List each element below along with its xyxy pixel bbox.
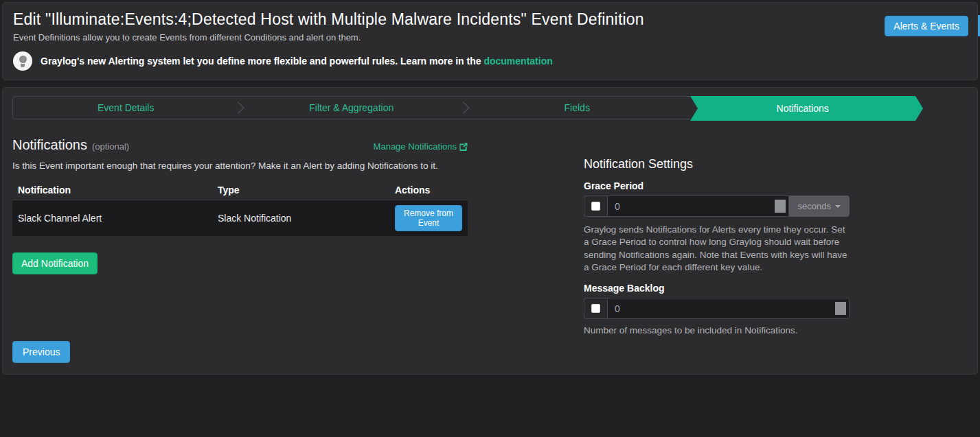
- grace-period-help-text: Graylog sends Notifications for Alerts e…: [584, 224, 850, 274]
- notifications-heading: Notifications: [12, 137, 87, 153]
- message-backlog-checkbox[interactable]: [591, 304, 600, 313]
- notification-settings-heading: Notification Settings: [584, 157, 850, 172]
- number-spinner-icon[interactable]: [775, 200, 786, 213]
- grace-period-unit-dropdown[interactable]: seconds: [789, 196, 850, 217]
- cell-notification-type: Slack Notification: [212, 200, 389, 237]
- wizard-step-event-details[interactable]: Event Details: [13, 97, 239, 119]
- table-header-actions: Actions: [389, 180, 468, 200]
- notification-settings-column: Notification Settings Grace Period secon…: [584, 137, 850, 338]
- wizard-step-filter-aggregation[interactable]: Filter & Aggregation: [239, 97, 465, 119]
- previous-button[interactable]: Previous: [12, 341, 70, 363]
- message-backlog-checkbox-addon: [584, 298, 607, 319]
- remove-from-event-button[interactable]: Remove from Event: [395, 205, 462, 231]
- wizard-steps-bar: Event Details Filter & Aggregation Field…: [12, 96, 916, 119]
- notifications-description: Is this Event important enough that requ…: [12, 161, 468, 171]
- grace-period-input[interactable]: [608, 201, 788, 212]
- manage-notifications-link[interactable]: Manage Notifications: [374, 141, 468, 152]
- alerting-info-banner: Graylog's new Alerting system let you de…: [13, 51, 967, 71]
- table-row: Slack Channel Alert Slack Notification R…: [12, 200, 468, 237]
- page-header-panel: Edit "Illuminate:Events:4;Detected Host …: [2, 2, 978, 80]
- grace-period-checkbox[interactable]: [591, 202, 600, 211]
- cell-notification-name: Slack Channel Alert: [12, 200, 212, 237]
- notifications-table: Notification Type Actions Slack Channel …: [12, 180, 468, 236]
- add-notification-button[interactable]: Add Notification: [12, 252, 98, 274]
- message-backlog-input[interactable]: [608, 303, 849, 314]
- alerts-events-button[interactable]: Alerts & Events: [885, 16, 968, 36]
- optional-label: (optional): [92, 141, 129, 152]
- table-header-type: Type: [212, 180, 389, 200]
- grace-period-input-group: seconds: [584, 196, 850, 217]
- chevron-down-icon: [835, 205, 841, 208]
- page-title: Edit "Illuminate:Events:4;Detected Host …: [13, 10, 967, 29]
- page-subtitle: Event Definitions allow you to create Ev…: [13, 32, 967, 43]
- external-link-icon: [459, 143, 468, 151]
- grace-period-label: Grace Period: [584, 180, 850, 191]
- number-spinner-icon[interactable]: [835, 302, 846, 315]
- wizard-step-fields[interactable]: Fields: [464, 97, 690, 119]
- table-header-notification: Notification: [12, 180, 212, 200]
- message-backlog-input-group: [584, 298, 850, 319]
- notifications-column: Notifications (optional) Manage Notifica…: [12, 137, 468, 338]
- documentation-link[interactable]: documentation: [483, 56, 552, 67]
- grace-period-checkbox-addon: [584, 196, 607, 217]
- lightbulb-icon: [13, 51, 32, 71]
- banner-text: Graylog's new Alerting system let you de…: [41, 56, 553, 67]
- event-definition-form-panel: Event Details Filter & Aggregation Field…: [2, 87, 978, 375]
- message-backlog-label: Message Backlog: [584, 283, 850, 294]
- message-backlog-help-text: Number of messages to be included in Not…: [584, 324, 850, 337]
- wizard-step-notifications[interactable]: Notifications: [690, 96, 916, 121]
